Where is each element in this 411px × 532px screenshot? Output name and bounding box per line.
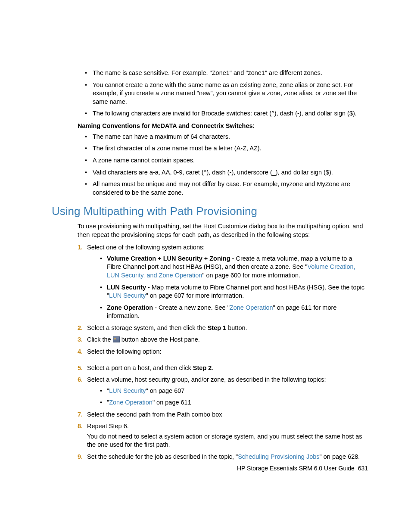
step-4: 4. Select the following option:	[78, 348, 368, 356]
step-8-note: You do not need to select a system actio…	[87, 432, 368, 449]
step-7: 7. Select the second path from the Path …	[78, 411, 368, 419]
list-item: The name is case sensitive. For example,…	[84, 69, 368, 78]
step-number: 3.	[78, 336, 83, 344]
list-item: A zone name cannot contain spaces.	[84, 156, 368, 165]
mcdata-subheading: Naming Conventions for McDATA and Connec…	[78, 122, 368, 129]
list-item: You cannot create a zone with the same n…	[84, 81, 368, 106]
step-3: 3. Click the button above the Host pane.	[78, 336, 368, 344]
link-lun-security[interactable]: LUN Security	[109, 292, 146, 299]
step-6-topics: "LUN Security" on page 607 "Zone Operati…	[99, 387, 368, 407]
step-2: 2. Select a storage system, and then cli…	[78, 324, 368, 333]
host-pane-icon	[113, 336, 120, 342]
link-zone-operation-2[interactable]: Zone Operation	[109, 399, 153, 406]
footer-page-number: 631	[358, 465, 368, 472]
step-number: 2.	[78, 324, 83, 333]
link-zone-operation[interactable]: Zone Operation	[230, 304, 273, 311]
list-item: "Zone Operation" on page 611	[99, 398, 368, 407]
step-1-options: Volume Creation + LUN Security + Zoning …	[99, 255, 368, 320]
zone-naming-bullets: The name is case sensitive. For example,…	[84, 69, 368, 118]
list-item: The first character of a zone name must …	[84, 144, 368, 153]
list-item: All names must be unique and may not dif…	[84, 180, 368, 197]
footer-doc-title: HP Storage Essentials SRM 6.0 User Guide	[237, 465, 355, 472]
list-item: The following characters are invalid for…	[84, 109, 368, 118]
page-footer: HP Storage Essentials SRM 6.0 User Guide…	[237, 465, 368, 472]
link-lun-security-2[interactable]: LUN Security	[109, 387, 146, 394]
list-item: Volume Creation + LUN Security + Zoning …	[99, 255, 368, 280]
step-6: 6. Select a volume, host security group,…	[78, 376, 368, 407]
step-number: 1.	[78, 243, 83, 252]
step-number: 8.	[78, 422, 83, 431]
step-number: 4.	[78, 348, 83, 356]
procedure-steps: 1. Select one of the following system ac…	[78, 243, 368, 461]
list-item: Zone Operation - Create a new zone. See …	[99, 304, 368, 320]
list-item: "LUN Security" on page 607	[99, 387, 368, 395]
section-heading: Using Multipathing with Path Provisionin…	[52, 205, 368, 218]
mcdata-bullets: The name can have a maximum of 64 charac…	[84, 133, 368, 197]
list-item: Valid characters are a-a, AA, 0-9, caret…	[84, 168, 368, 177]
intro-paragraph: To use provisioning with multipathing, s…	[78, 222, 368, 239]
step-number: 5.	[78, 364, 83, 373]
step-text: Select one of the following system actio…	[87, 244, 205, 251]
step-9: 9. Set the schedule for the job as descr…	[78, 453, 368, 461]
list-item: LUN Security - Map meta volume to Fibre …	[99, 283, 368, 300]
step-5: 5. Select a port on a host, and then cli…	[78, 364, 368, 373]
step-1: 1. Select one of the following system ac…	[78, 243, 368, 320]
list-item: The name can have a maximum of 64 charac…	[84, 133, 368, 141]
step-number: 6.	[78, 376, 83, 384]
step-number: 7.	[78, 411, 83, 419]
step-8: 8. Repeat Step 6. You do not need to sel…	[78, 422, 368, 449]
link-scheduling-jobs[interactable]: Scheduling Provisioning Jobs	[238, 453, 319, 460]
step-number: 9.	[78, 453, 83, 461]
